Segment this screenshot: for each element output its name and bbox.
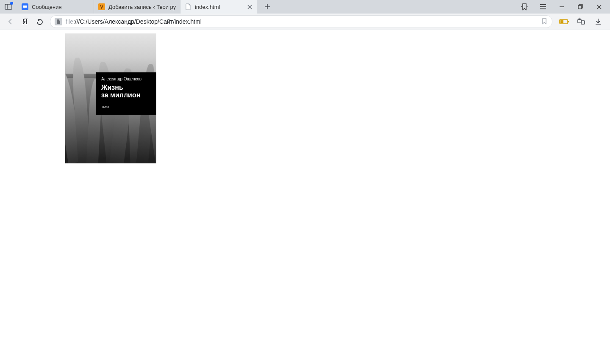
extensions-icon[interactable] <box>573 14 590 29</box>
svg-rect-0 <box>5 4 12 9</box>
page-content: Александр Ощепков Жизнь за миллион Тьма <box>0 30 610 364</box>
yandex-icon: Я <box>22 17 28 26</box>
window-minimize-button[interactable] <box>552 0 571 14</box>
svg-rect-20 <box>578 19 581 23</box>
bookmark-icon[interactable] <box>541 18 548 26</box>
battery-icon[interactable] <box>556 14 573 29</box>
menu-button[interactable] <box>534 0 552 14</box>
svg-rect-14 <box>578 6 582 9</box>
downloads-icon[interactable] <box>590 14 607 29</box>
url-path: :///C:/Users/Александр/Desktop/Сайт/inde… <box>73 18 202 25</box>
window-maximize-button[interactable] <box>571 0 590 14</box>
svg-point-22 <box>579 18 580 19</box>
notification-dot <box>10 2 13 5</box>
tab-messages[interactable]: Сообщения <box>17 0 94 14</box>
svg-line-8 <box>521 6 522 7</box>
toolbar: Я file:///C:/Users/Александр/Desktop/Сай… <box>0 14 610 30</box>
close-icon[interactable] <box>247 4 252 10</box>
url-text: file:///C:/Users/Александр/Desktop/Сайт/… <box>66 18 538 25</box>
chat-icon <box>22 3 28 10</box>
url-protocol: file <box>66 18 73 25</box>
tab-add-post[interactable]: Добавить запись ‹ Твои ру <box>94 0 180 14</box>
file-icon <box>185 3 191 10</box>
book-title: Жизнь за миллион <box>101 84 151 99</box>
new-tab-button[interactable] <box>261 0 274 14</box>
tab-label: Добавить запись ‹ Твои ру <box>108 4 176 10</box>
svg-rect-21 <box>581 21 585 24</box>
tab-index-html[interactable]: index.html <box>180 0 257 14</box>
bookmarks-bar-button[interactable] <box>515 0 534 14</box>
address-bar[interactable]: file:///C:/Users/Александр/Desktop/Сайт/… <box>50 15 552 28</box>
tab-label: Сообщения <box>32 4 89 10</box>
svg-rect-19 <box>560 20 563 23</box>
book-label-box: Александр Ощепков Жизнь за миллион Тьма <box>96 72 156 115</box>
sidebar-toggle-button[interactable] <box>2 0 15 14</box>
book-cover-image: Александр Ощепков Жизнь за миллион Тьма <box>65 33 156 163</box>
book-author: Александр Ощепков <box>101 77 151 81</box>
svg-rect-18 <box>568 21 569 22</box>
svg-line-9 <box>527 6 527 7</box>
tab-label: index.html <box>195 4 243 10</box>
tabs-container: Сообщения Добавить запись ‹ Твои ру inde… <box>17 0 257 14</box>
reload-button[interactable] <box>32 14 47 29</box>
book-subtitle: Тьма <box>101 105 151 109</box>
tab-strip: Сообщения Добавить запись ‹ Твои ру inde… <box>0 0 610 14</box>
site-info-icon[interactable] <box>55 18 62 25</box>
window-close-button[interactable] <box>590 0 608 14</box>
wordpress-icon <box>98 3 105 10</box>
back-button[interactable] <box>3 14 18 29</box>
yandex-home-button[interactable]: Я <box>18 14 32 29</box>
